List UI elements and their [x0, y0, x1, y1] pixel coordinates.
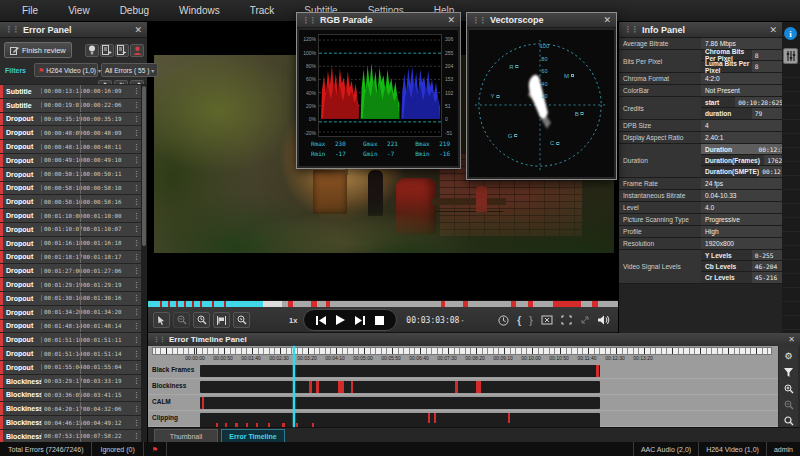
- error-row[interactable]: Dropout00:00:49:1000:00:49:10⋮: [0, 154, 142, 167]
- error-row[interactable]: Dropout00:00:58:1000:00:58:10⋮: [0, 182, 142, 195]
- loop-region-icon[interactable]: [541, 315, 553, 325]
- menu-view[interactable]: View: [68, 5, 90, 16]
- timeline-ruler[interactable]: [152, 347, 772, 355]
- menu-windows[interactable]: Windows: [179, 5, 220, 16]
- error-filter-dropdown[interactable]: All Errors ( 55 ) ▾: [101, 63, 158, 77]
- menu-debug[interactable]: Debug: [120, 5, 149, 16]
- error-row[interactable]: Dropout00:01:18:1700:01:18:17⋮: [0, 251, 142, 264]
- timeline-playhead[interactable]: [293, 346, 295, 427]
- zoom-in-icon[interactable]: [782, 382, 795, 394]
- zoom-out-icon[interactable]: [782, 399, 795, 411]
- timeline-close-icon[interactable]: ✕: [788, 335, 795, 344]
- filter-funnel-icon[interactable]: [782, 366, 795, 378]
- timeline-titlebar[interactable]: ⋮⋮ Error Timeline Panel ✕: [148, 333, 800, 346]
- error-mark[interactable]: [476, 381, 481, 393]
- track-bar[interactable]: [200, 397, 600, 409]
- report-import-icon[interactable]: [115, 44, 129, 57]
- error-row[interactable]: Dropout00:01:51:1400:01:51:14⋮: [0, 347, 142, 360]
- error-panel-titlebar[interactable]: ⋮⋮ Error Panel ✕: [0, 22, 147, 38]
- lamp-icon[interactable]: [85, 44, 99, 57]
- zoom-time-icon[interactable]: [193, 312, 210, 328]
- error-type: Dropout: [3, 115, 41, 122]
- mark-out-icon[interactable]: }: [529, 315, 533, 326]
- error-mark[interactable]: [351, 381, 353, 393]
- error-row[interactable]: Dropout00:01:48:1400:01:48:14⋮: [0, 320, 142, 333]
- error-row[interactable]: Dropout00:01:30:1600:01:30:16⋮: [0, 292, 142, 305]
- error-list-scrollbar[interactable]: [141, 84, 147, 442]
- pan-zoom-icon[interactable]: [233, 312, 250, 328]
- error-row[interactable]: Dropout00:01:51:1000:01:51:11⋮: [0, 333, 142, 346]
- error-row[interactable]: Dropout00:01:10:0700:01:10:07⋮: [0, 223, 142, 236]
- audio-track-status[interactable]: AAC Audio (2,0): [633, 442, 698, 456]
- error-mark[interactable]: [316, 381, 319, 393]
- next-frame-button[interactable]: [355, 316, 365, 325]
- scrollbar-thumb[interactable]: [142, 86, 146, 246]
- finish-review-button[interactable]: Finish review: [4, 42, 72, 58]
- error-row[interactable]: Dropout00:00:48:0900:00:48:09⋮: [0, 126, 142, 139]
- playback-speed[interactable]: 1x: [289, 316, 297, 325]
- vectorscope-close-icon[interactable]: ✕: [603, 15, 611, 25]
- error-mark[interactable]: [338, 381, 344, 393]
- error-mark[interactable]: [202, 397, 204, 409]
- error-row[interactable]: Blockiness00:04:46:1500:04:49:12⋮: [0, 416, 142, 429]
- menu-track[interactable]: Track: [250, 5, 275, 16]
- gear-icon[interactable]: ⚙: [782, 350, 795, 362]
- error-row[interactable]: Blockiness00:03:36:0500:03:41:15⋮: [0, 389, 142, 402]
- error-row[interactable]: Blockiness00:07:53:1300:07:58:22⋮: [0, 430, 142, 442]
- info-panel-titlebar[interactable]: ⋮⋮ Info Panel ✕: [619, 22, 782, 38]
- video-track-status[interactable]: H264 Video (1,0): [698, 442, 766, 456]
- error-row[interactable]: Dropout00:01:34:2000:01:34:20⋮: [0, 306, 142, 319]
- error-row[interactable]: Subtitle00:00:19:0100:00:22:06⋮: [0, 99, 142, 112]
- vectorscope-titlebar[interactable]: ⋮⋮ Vectorscope ✕: [467, 13, 616, 28]
- timecode-display[interactable]: 00:03:03:08▸: [406, 316, 464, 325]
- error-row[interactable]: Blockiness00:04:20:1700:04:32:06⋮: [0, 402, 142, 415]
- rgb-parade-close-icon[interactable]: ✕: [447, 15, 455, 25]
- track-filter-dropdown[interactable]: ⚑ H264 Video (1,0) ▾: [34, 63, 98, 77]
- range-marker-icon[interactable]: [213, 312, 230, 328]
- error-mark[interactable]: [596, 365, 599, 377]
- info-sublabel: Y Levels: [701, 250, 752, 260]
- info-panel-close-icon[interactable]: ✕: [769, 25, 777, 35]
- error-row[interactable]: Dropout00:00:35:1900:00:35:19⋮: [0, 113, 142, 126]
- track-bar[interactable]: [200, 381, 600, 393]
- volume-icon[interactable]: [598, 315, 610, 325]
- error-panel-close-icon[interactable]: ✕: [134, 25, 142, 35]
- rgb-parade-titlebar[interactable]: ⋮⋮ RGB Parade ✕: [297, 13, 460, 28]
- error-row[interactable]: Dropout00:01:29:1900:01:29:19⋮: [0, 278, 142, 291]
- mark-in-icon[interactable]: {: [517, 315, 521, 326]
- parade-left-tick: 120%: [301, 36, 316, 42]
- info-icon[interactable]: i: [784, 27, 797, 40]
- error-mark[interactable]: [455, 381, 458, 393]
- error-row[interactable]: Blockiness00:03:29:1700:03:33:19⋮: [0, 375, 142, 388]
- error-mark[interactable]: [309, 381, 312, 393]
- tab-error-timeline[interactable]: Error Timeline: [221, 429, 285, 442]
- select-tool-icon[interactable]: [153, 312, 170, 328]
- tune-sliders-icon[interactable]: [783, 48, 798, 64]
- error-end-time: 00:01:29:19: [80, 278, 117, 291]
- error-row[interactable]: Dropout00:00:58:1600:00:58:16⋮: [0, 195, 142, 208]
- resize-icon[interactable]: [580, 315, 590, 325]
- error-end-time: 00:01:16:18: [80, 237, 117, 250]
- error-row[interactable]: Dropout00:01:55:0400:01:55:04⋮: [0, 361, 142, 374]
- error-row[interactable]: Dropout00:01:16:1800:01:16:18⋮: [0, 237, 142, 250]
- zoom-out-icon[interactable]: [173, 312, 190, 328]
- timeline-body[interactable]: 00:00:0000:00:5000:01:4000:02:3000:03:20…: [148, 346, 778, 427]
- report-export-icon[interactable]: [100, 44, 114, 57]
- error-list[interactable]: Subtitle00:00:13:1100:00:16:09⋮Subtitle0…: [0, 84, 142, 442]
- search-icon[interactable]: [782, 415, 795, 427]
- error-row[interactable]: Subtitle00:00:13:1100:00:16:09⋮: [0, 85, 142, 98]
- reviewer-user-icon[interactable]: [130, 44, 144, 57]
- prev-frame-button[interactable]: [316, 316, 326, 325]
- error-row[interactable]: Dropout00:00:48:1100:00:48:11⋮: [0, 140, 142, 153]
- error-row[interactable]: Dropout00:00:50:1100:00:50:11⋮: [0, 168, 142, 181]
- fullscreen-icon[interactable]: [561, 315, 572, 325]
- error-row[interactable]: Dropout00:01:27:0600:01:27:06⋮: [0, 264, 142, 277]
- track-bar[interactable]: [200, 365, 600, 377]
- clock-icon[interactable]: [498, 315, 509, 326]
- tab-thumbnail[interactable]: Thumbnail: [154, 429, 218, 442]
- stop-button[interactable]: [375, 316, 384, 325]
- play-button[interactable]: [336, 315, 345, 325]
- ruler-label: 00:12:30: [605, 355, 624, 361]
- menu-file[interactable]: File: [22, 5, 38, 16]
- error-row[interactable]: Dropout00:01:10:0000:01:10:00⋮: [0, 209, 142, 222]
